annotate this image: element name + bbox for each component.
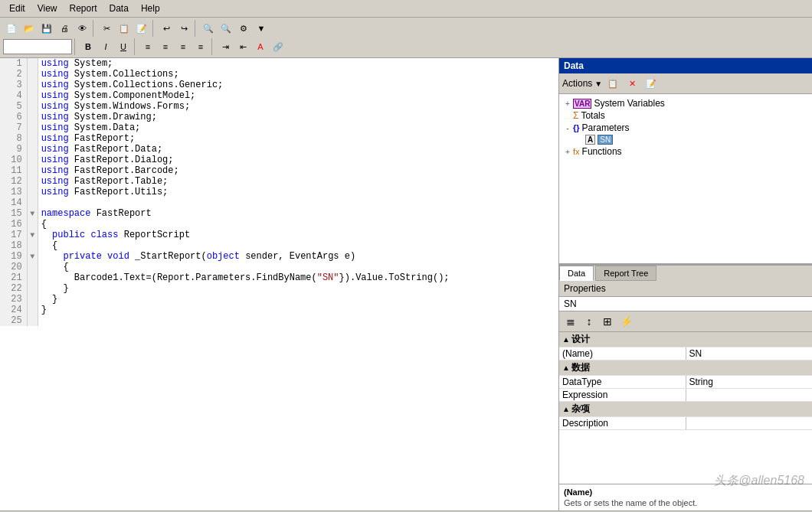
line-code-content[interactable]: namespace FastReport <box>38 208 558 219</box>
line-code-content[interactable]: using System.Drawing; <box>38 112 558 122</box>
line-code-content[interactable]: private void _StartReport(object sender,… <box>38 251 558 262</box>
tb-link[interactable]: 🔗 <box>270 38 286 55</box>
line-code-content[interactable]: public class ReportScript <box>38 230 558 240</box>
line-code-content[interactable]: } <box>38 305 558 315</box>
prop-value[interactable] <box>686 389 812 402</box>
line-code-content[interactable]: { <box>38 262 558 272</box>
line-code-content[interactable]: using System.Windows.Forms; <box>38 101 558 112</box>
tb-arrow[interactable]: ▼ <box>253 20 270 37</box>
tb-zoom-in[interactable]: 🔍 <box>200 20 217 37</box>
expand-functions[interactable]: + <box>562 148 573 156</box>
tree-functions[interactable]: + fx Functions <box>562 145 809 158</box>
tb-print[interactable]: 🖨 <box>56 20 73 37</box>
code-line-9: 9using FastReport.Data; <box>0 144 558 155</box>
menu-data[interactable]: Data <box>103 2 135 15</box>
tb-copy[interactable]: 📋 <box>116 20 133 37</box>
line-expand-marker[interactable]: ▼ <box>27 208 38 219</box>
data-delete-btn[interactable]: ✕ <box>624 75 640 92</box>
line-code-content[interactable]: using FastReport; <box>38 133 558 144</box>
tb-color[interactable]: A <box>252 38 269 55</box>
line-expand-marker <box>27 197 38 208</box>
menu-edit[interactable]: Edit <box>3 2 31 15</box>
line-number: 17 <box>0 230 27 240</box>
line-code-content[interactable] <box>38 315 558 326</box>
tree-totals[interactable]: Σ Totals <box>562 109 809 122</box>
icon-parameters: {} <box>573 123 580 132</box>
font-name-dropdown[interactable] <box>3 39 72 54</box>
line-code-content[interactable]: using System.Collections; <box>38 69 558 80</box>
prop-value[interactable]: SN <box>686 347 812 360</box>
line-code-content[interactable]: { <box>38 219 558 230</box>
tree-parameters-children: A SN <box>562 134 809 145</box>
line-code-content[interactable]: using FastReport.Barcode; <box>38 165 558 176</box>
tb-settings[interactable]: ⚙ <box>235 20 252 37</box>
line-expand-marker[interactable]: ▼ <box>27 251 38 262</box>
prop-value[interactable]: String <box>686 376 812 389</box>
tb-undo[interactable]: ↩ <box>158 20 175 37</box>
menu-report[interactable]: Report <box>63 2 103 15</box>
line-code-content[interactable]: using System.ComponentModel; <box>38 90 558 101</box>
line-code-content[interactable]: } <box>38 283 558 294</box>
line-code-content[interactable]: using FastReport.Utils; <box>38 187 558 197</box>
menu-view[interactable]: View <box>31 2 64 15</box>
tb-align-left[interactable]: ≡ <box>139 38 156 55</box>
props-grid[interactable]: ⊞ <box>599 313 616 330</box>
tb-align-center[interactable]: ≡ <box>157 38 174 55</box>
line-code-content[interactable] <box>38 197 558 208</box>
props-categorized[interactable]: ≣ <box>562 313 579 330</box>
props-section-杂项[interactable]: ▲杂项 <box>559 402 812 417</box>
tb-indent[interactable]: ⇥ <box>217 38 234 55</box>
line-code-content[interactable]: Barcode1.Text=(Report.Parameters.FindByN… <box>38 272 558 283</box>
line-code-content[interactable]: } <box>38 294 558 305</box>
props-events[interactable]: ⚡ <box>617 313 634 330</box>
tree-parameters[interactable]: - {} Parameters <box>562 122 809 134</box>
data-add-btn[interactable]: 📋 <box>604 75 621 92</box>
props-info-title: (Name) <box>564 488 807 497</box>
expand-system-variables[interactable]: + <box>562 99 573 108</box>
line-code-content[interactable]: using System.Data; <box>38 122 558 133</box>
tb-open[interactable]: 📂 <box>21 20 38 37</box>
tb-save[interactable]: 💾 <box>38 20 55 37</box>
line-number: 25 <box>0 315 27 326</box>
tb-align-right[interactable]: ≡ <box>175 38 192 55</box>
line-code-content[interactable]: using System; <box>38 58 558 69</box>
tree-system-variables[interactable]: + VAR System Variables <box>562 97 809 109</box>
line-expand-marker[interactable]: ▼ <box>27 230 38 240</box>
prop-value[interactable] <box>686 417 812 430</box>
code-line-3: 3using System.Collections.Generic; <box>0 80 558 90</box>
menu-bar: Edit View Report Data Help <box>0 0 812 18</box>
tb-redo[interactable]: ↪ <box>175 20 192 37</box>
props-section-数据[interactable]: ▲数据 <box>559 360 812 376</box>
line-expand-marker <box>27 262 38 272</box>
line-code-content[interactable]: { <box>38 240 558 251</box>
code-line-15: 15▼namespace FastReport <box>0 208 558 219</box>
props-section-设计[interactable]: ▲设计 <box>559 332 812 347</box>
menu-help[interactable]: Help <box>135 2 166 15</box>
tb-paste[interactable]: 📝 <box>133 20 150 37</box>
data-edit-btn[interactable]: 📝 <box>643 75 660 92</box>
line-code-content[interactable]: using System.Collections.Generic; <box>38 80 558 90</box>
tb-preview[interactable]: 👁 <box>74 20 90 37</box>
props-sorted[interactable]: ↕ <box>581 313 598 330</box>
line-code-content[interactable]: using FastReport.Data; <box>38 144 558 155</box>
tree-sn-param[interactable]: A SN <box>575 134 809 145</box>
tb-italic[interactable]: I <box>97 38 114 55</box>
tb-zoom-out[interactable]: 🔍 <box>218 20 234 37</box>
line-number: 20 <box>0 262 27 272</box>
tb-new[interactable]: 📄 <box>3 20 20 37</box>
tb-underline[interactable]: U <box>115 38 132 55</box>
tb-bold[interactable]: B <box>80 38 97 55</box>
line-number: 3 <box>0 80 27 90</box>
code-line-16: 16{ <box>0 219 558 230</box>
tab-report-tree[interactable]: Report Tree <box>595 266 656 281</box>
tb-outdent[interactable]: ⇤ <box>234 38 251 55</box>
expand-parameters[interactable]: - <box>562 124 573 132</box>
tab-data[interactable]: Data <box>559 266 594 281</box>
line-code-content[interactable]: using FastReport.Table; <box>38 176 558 187</box>
actions-arrow[interactable]: ▼ <box>594 80 602 88</box>
tb-cut[interactable]: ✂ <box>98 20 115 37</box>
tb-justify[interactable]: ≡ <box>192 38 209 55</box>
line-code-content[interactable]: using FastReport.Dialog; <box>38 155 558 165</box>
tb-sep-6 <box>211 38 214 55</box>
code-editor[interactable]: 1using System;2using System.Collections;… <box>0 58 559 510</box>
